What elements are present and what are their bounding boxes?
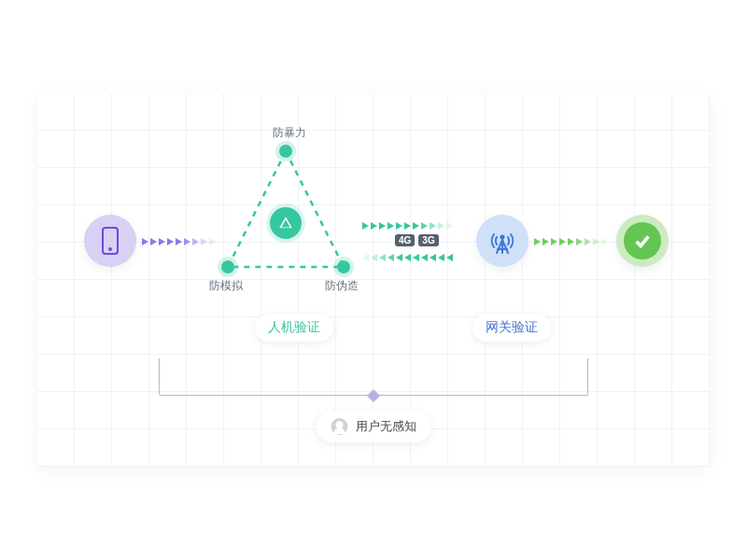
phone-icon [102, 227, 119, 255]
phone-node [84, 215, 136, 267]
arrows-gateway-to-verify [362, 252, 453, 263]
arrows-phone-to-verify [142, 236, 216, 247]
tri-node-top [279, 145, 292, 158]
check-icon [624, 222, 661, 259]
tri-label-left: 防模拟 [209, 278, 243, 294]
tri-label-top: 防暴力 [273, 125, 306, 141]
user-icon [331, 418, 348, 435]
tri-node-left [221, 260, 234, 273]
user-unaware-pill: 用户无感知 [317, 411, 431, 442]
network-badges: 4G 3G [395, 234, 439, 246]
tri-label-right: 防伪造 [325, 278, 359, 294]
human-verify-triangle: 防暴力 防模拟 防伪造 [211, 138, 360, 287]
diagram-stage: 防暴力 防模拟 防伪造 4G 3G [37, 93, 710, 467]
user-unaware-label: 用户无感知 [356, 418, 416, 435]
arrows-verify-to-gateway [362, 220, 453, 231]
badge-3g: 3G [418, 234, 438, 246]
antenna-icon [488, 227, 516, 255]
arrows-gateway-to-success [534, 236, 608, 247]
svg-point-7 [500, 235, 505, 240]
caption-gateway-verify: 网关验证 [472, 314, 551, 342]
tri-node-right [337, 260, 350, 273]
success-node [616, 215, 669, 267]
scope-bracket [159, 358, 588, 396]
shield-triangle-icon [270, 207, 302, 239]
badge-4g: 4G [395, 234, 415, 246]
gateway-node [476, 215, 529, 267]
caption-human-verify: 人机验证 [255, 314, 333, 342]
